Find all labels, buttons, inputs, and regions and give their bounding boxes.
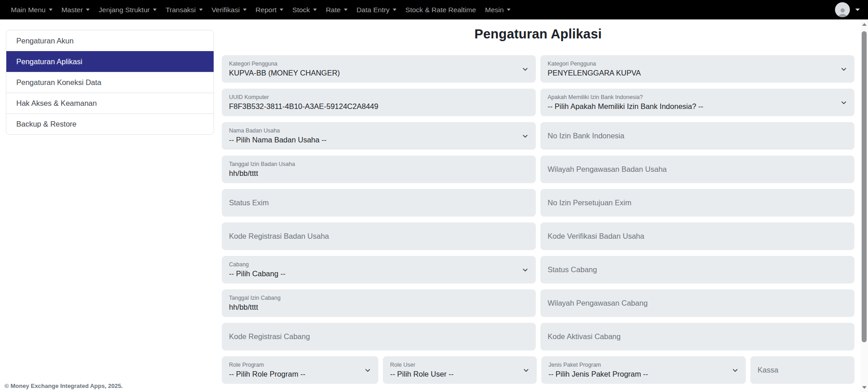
field-value: -- Pilih Cabang -- <box>229 269 529 279</box>
caret-down-icon <box>49 9 52 11</box>
field-jenis-paket-program[interactable]: Jenis Paket Program -- Pilih Jenis Paket… <box>541 356 746 384</box>
field-label: Jenis Paket Program <box>548 361 739 368</box>
field-label: Kategori Pengguna <box>229 60 529 67</box>
nav-item-mesin[interactable]: Mesin <box>481 0 515 19</box>
sidebar-item-label: Backup & Restore <box>16 120 76 128</box>
field-status-exim[interactable]: Status Exim <box>222 189 536 217</box>
field-placeholder: No Izin Persetujuan Exim <box>548 198 847 207</box>
nav-item-stock[interactable]: Stock <box>288 0 321 19</box>
nav-item-master[interactable]: Master <box>57 0 94 19</box>
nav-item-label: Stock <box>292 6 310 14</box>
sidebar-item-pengaturan-aplikasi[interactable]: Pengaturan Aplikasi <box>6 51 214 72</box>
user-avatar[interactable] <box>835 2 850 17</box>
field-uuid-komputer[interactable]: UUID Komputer F8F3B532-3811-4B10-A3AE-59… <box>222 89 536 116</box>
chevron-down-icon <box>522 132 529 139</box>
nav-item-label: Rate <box>326 6 341 14</box>
field-value: -- Pilih Role Program -- <box>229 369 371 379</box>
field-wilayah-pengawasan-cabang[interactable]: Wilayah Pengawasan Cabang <box>540 289 854 317</box>
settings-sidebar: Pengaturan Akun Pengaturan Aplikasi Peng… <box>6 30 214 135</box>
field-value: -- Pilih Apakah Memiliki Izin Bank Indon… <box>548 102 847 111</box>
field-kode-registrasi-badan-usaha[interactable]: Kode Registrasi Badan Usaha <box>222 222 536 250</box>
field-label: Nama Badan Usaha <box>229 127 529 134</box>
field-kategori-pengguna[interactable]: Kategori Pengguna KUPVA-BB (MONEY CHANGE… <box>222 55 536 83</box>
scroll-up-icon[interactable] <box>862 23 867 26</box>
chevron-down-icon <box>840 66 847 72</box>
nav-item-label: Mesin <box>485 6 504 14</box>
field-kassa[interactable]: Kassa <box>750 356 854 384</box>
nav-item-label: Transaksi <box>166 6 196 14</box>
chevron-down-icon <box>364 367 371 373</box>
field-no-izin-bank-indonesia[interactable]: No Izin Bank Indonesia <box>540 122 854 150</box>
field-tanggal-izin-badan-usaha[interactable]: Tanggal Izin Badan Usaha hh/bb/tttt <box>222 156 536 183</box>
field-placeholder: No Izin Bank Indonesia <box>548 132 847 140</box>
field-label: Role User <box>390 361 529 368</box>
nav-item-label: Stock & Rate Realtime <box>405 6 476 14</box>
scrollbar-thumb[interactable] <box>862 31 867 342</box>
field-label: Role Program <box>229 361 371 368</box>
nav-item-label: Jenjang Struktur <box>99 6 150 14</box>
nav-item-data-entry[interactable]: Data Entry <box>352 0 401 19</box>
nav-item-main-menu[interactable]: Main Menu <box>6 0 57 19</box>
nav-item-label: Main Menu <box>11 6 46 14</box>
chevron-down-icon <box>522 266 529 273</box>
field-nama-badan-usaha[interactable]: Nama Badan Usaha -- Pilih Nama Badan Usa… <box>222 122 536 150</box>
field-status-cabang[interactable]: Status Cabang <box>540 256 854 283</box>
chevron-down-icon <box>522 66 529 72</box>
sidebar-item-hak-akses-keamanan[interactable]: Hak Akses & Keamanan <box>6 93 214 113</box>
sidebar-item-label: Hak Akses & Keamanan <box>16 99 97 108</box>
vertical-scrollbar[interactable] <box>860 19 868 392</box>
caret-down-icon <box>243 9 247 11</box>
field-role-user[interactable]: Role User -- Pilih Role User -- <box>383 356 537 384</box>
field-tanggal-izin-cabang[interactable]: Tanggal Izin Cabang hh/bb/tttt <box>222 289 536 317</box>
top-navbar: Main Menu Master Jenjang Struktur Transa… <box>0 0 868 19</box>
field-role-program[interactable]: Role Program -- Pilih Role Program -- <box>222 356 378 384</box>
sidebar-item-pengaturan-akun[interactable]: Pengaturan Akun <box>6 30 214 51</box>
nav-item-transaksi[interactable]: Transaksi <box>161 0 207 19</box>
field-placeholder: Kassa <box>758 366 847 374</box>
form-row: Tanggal Izin Badan Usaha hh/bb/tttt Wila… <box>222 156 854 183</box>
caret-down-icon <box>199 9 203 11</box>
nav-item-jenjang-struktur[interactable]: Jenjang Struktur <box>94 0 161 19</box>
field-kode-aktivasi-cabang[interactable]: Kode Aktivasi Cabang <box>540 323 854 350</box>
field-cabang[interactable]: Cabang -- Pilih Cabang -- <box>222 256 536 283</box>
form-row: Kode Registrasi Badan Usaha Kode Verifik… <box>222 222 854 250</box>
caret-down-icon <box>344 9 348 11</box>
field-placeholder: Status Exim <box>229 198 529 207</box>
field-kode-verifikasi-badan-usaha[interactable]: Kode Verifikasi Badan Usaha <box>540 222 854 250</box>
nav-item-report[interactable]: Report <box>251 0 288 19</box>
field-kode-registrasi-cabang[interactable]: Kode Registrasi Cabang <box>222 323 536 350</box>
form-row: UUID Komputer F8F3B532-3811-4B10-A3AE-59… <box>222 89 854 116</box>
page-title: Pengaturan Aplikasi <box>222 27 854 42</box>
sidebar-item-pengaturan-koneksi-data[interactable]: Pengaturan Koneksi Data <box>6 72 214 93</box>
field-label: UUID Komputer <box>229 94 529 101</box>
nav-item-verifikasi[interactable]: Verifikasi <box>207 0 251 19</box>
nav-item-label: Report <box>256 6 277 14</box>
user-menu[interactable] <box>835 2 860 17</box>
field-kategori-pengguna[interactable]: Kategori Pengguna PENYELENGGARA KUPVA <box>540 55 854 83</box>
form-row: Status Exim No Izin Persetujuan Exim <box>222 189 854 217</box>
field-label: Cabang <box>229 261 529 268</box>
sidebar-item-label: Pengaturan Aplikasi <box>16 57 82 66</box>
field-value: KUPVA-BB (MONEY CHANGER) <box>229 68 529 78</box>
field-placeholder: Wilayah Pengawasan Cabang <box>548 299 847 307</box>
field-value: PENYELENGGARA KUPVA <box>548 68 847 78</box>
nav-item-label: Master <box>62 6 83 14</box>
field-placeholder: Kode Registrasi Cabang <box>229 332 529 341</box>
nav-item-label: Verifikasi <box>212 6 240 14</box>
settings-form: Kategori Pengguna KUPVA-BB (MONEY CHANGE… <box>222 55 854 384</box>
field-value: F8F3B532-3811-4B10-A3AE-59124C2A8449 <box>229 102 529 111</box>
field-wilayah-pengawasan-badan-usaha[interactable]: Wilayah Pengawasan Badan Usaha <box>540 156 854 183</box>
caret-down-icon <box>153 9 157 11</box>
caret-down-icon <box>855 9 860 11</box>
caret-down-icon <box>507 9 510 11</box>
field-apakah-memiliki-izin-bank-indonesia[interactable]: Apakah Memiliki Izin Bank Indonesia? -- … <box>540 89 854 116</box>
field-label: Apakah Memiliki Izin Bank Indonesia? <box>548 94 847 101</box>
sidebar-item-backup-restore[interactable]: Backup & Restore <box>6 113 214 134</box>
nav-item-stock-rate-realtime[interactable]: Stock & Rate Realtime <box>401 0 481 19</box>
form-row: Role Program -- Pilih Role Program -- Ro… <box>222 356 854 384</box>
nav-item-rate[interactable]: Rate <box>321 0 352 19</box>
scroll-down-icon[interactable] <box>862 386 867 389</box>
field-no-izin-persetujuan-exim[interactable]: No Izin Persetujuan Exim <box>540 189 854 217</box>
form-row: Kode Registrasi Cabang Kode Aktivasi Cab… <box>222 323 854 350</box>
form-row: Cabang -- Pilih Cabang -- Status Cabang <box>222 256 854 283</box>
